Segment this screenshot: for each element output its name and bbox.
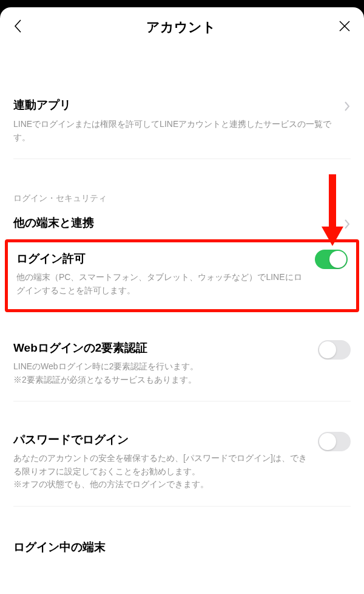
login-allow-toggle[interactable] xyxy=(315,250,348,269)
two-factor-toggle[interactable] xyxy=(318,340,351,360)
two-factor-desc1: LINEのWebログイン時に2要素認証を行います。 xyxy=(13,360,318,374)
account-settings-page: アカウント 連動アプリ LINEでログインまたは権限を許可してLINEアカウント… xyxy=(0,7,364,594)
logged-in-devices-row[interactable]: ログイン中の端末 xyxy=(0,539,364,556)
password-login-row: パスワードでログイン あなたのアカウントの安全を確保するため、[パスワードでログ… xyxy=(0,432,364,506)
chevron-right-icon xyxy=(343,97,351,114)
section-label-login: ログイン・セキュリティ xyxy=(0,193,364,204)
login-allow-title: ログイン許可 xyxy=(16,251,315,267)
linked-apps-row[interactable]: 連動アプリ LINEでログインまたは権限を許可してLINEアカウントと連携したサ… xyxy=(0,91,364,159)
login-allow-row: ログイン許可 他の端末（PC、スマートフォン、タブレット、ウォッチなど）でLIN… xyxy=(16,251,348,297)
password-login-title: パスワードでログイン xyxy=(13,432,318,448)
divider xyxy=(13,506,351,507)
back-icon[interactable] xyxy=(12,18,24,37)
divider xyxy=(13,159,351,159)
login-allow-highlight: ログイン許可 他の端末（PC、スマートフォン、タブレット、ウォッチなど）でLIN… xyxy=(5,239,359,312)
other-devices-row[interactable]: 他の端末と連携 xyxy=(0,215,364,232)
password-login-toggle[interactable] xyxy=(318,432,351,451)
two-factor-desc2: ※2要素認証が必須となるサービスもあります。 xyxy=(13,374,318,387)
login-allow-desc: 他の端末（PC、スマートフォン、タブレット、ウォッチなど）でLINEにログインす… xyxy=(16,271,315,297)
close-icon[interactable] xyxy=(337,19,352,36)
two-factor-row: Webログインの2要素認証 LINEのWebログイン時に2要素認証を行います。 … xyxy=(0,340,364,401)
password-login-desc2: ※オフの状態でも、他の方法でログインできます。 xyxy=(13,478,318,491)
header: アカウント xyxy=(0,7,364,47)
chevron-right-icon xyxy=(343,215,351,232)
password-login-desc1: あなたのアカウントの安全を確保するため、[パスワードでログイン]は、できる限りオ… xyxy=(13,452,318,478)
linked-apps-desc: LINEでログインまたは権限を許可してLINEアカウントと連携したサービスの一覧… xyxy=(13,118,351,144)
status-bar xyxy=(0,0,364,7)
annotation-arrow xyxy=(323,174,341,246)
divider xyxy=(13,401,351,401)
other-devices-title: 他の端末と連携 xyxy=(13,215,94,231)
logged-in-devices-title: ログイン中の端末 xyxy=(13,539,106,556)
linked-apps-title: 連動アプリ xyxy=(13,97,71,114)
two-factor-title: Webログインの2要素認証 xyxy=(13,340,318,357)
page-title: アカウント xyxy=(24,18,337,36)
